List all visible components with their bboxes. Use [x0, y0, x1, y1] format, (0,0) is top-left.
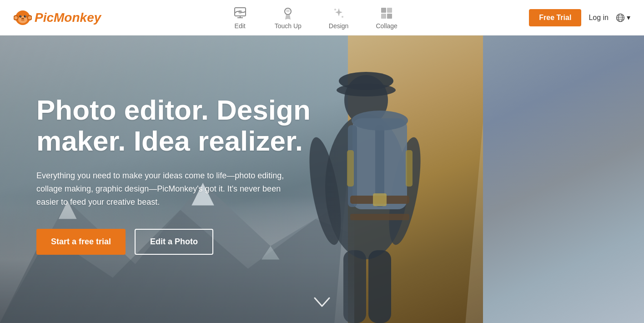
svg-point-11 — [22, 18, 22, 19]
free-trial-button[interactable]: Free Trial — [529, 9, 581, 26]
svg-point-48 — [352, 111, 408, 131]
nav-item-design[interactable]: Design — [315, 6, 362, 30]
svg-rect-22 — [387, 8, 392, 13]
globe-chevron: ▾ — [627, 13, 630, 22]
svg-point-4 — [28, 16, 31, 19]
hero-subtext: Everything you need to make your ideas c… — [36, 169, 291, 208]
svg-point-18 — [286, 10, 290, 12]
svg-point-6 — [20, 15, 22, 17]
design-icon — [332, 6, 346, 20]
svg-rect-42 — [368, 250, 391, 323]
hero-section: Photo editor. Design maker. Idea realize… — [0, 35, 644, 323]
svg-point-9 — [25, 15, 26, 16]
nav-collage-label: Collage — [376, 22, 397, 30]
login-link[interactable]: Log in — [589, 14, 609, 22]
svg-point-19 — [334, 9, 336, 10]
nav-edit-label: Edit — [235, 22, 246, 30]
logo-text: PicMonkey — [35, 10, 101, 25]
svg-rect-23 — [381, 14, 386, 19]
monkey-icon — [14, 9, 32, 27]
header-actions: Free Trial Log in ▾ — [529, 9, 630, 26]
nav-design-label: Design — [329, 22, 349, 30]
nav-item-touchup[interactable]: Touch Up — [261, 6, 315, 30]
nav-item-collage[interactable]: Collage — [362, 6, 411, 30]
edit-photo-button[interactable]: Edit a Photo — [135, 229, 213, 255]
globe-icon — [616, 13, 625, 22]
main-nav: Edit Touch Up Design Collage — [219, 6, 411, 30]
svg-rect-24 — [387, 14, 392, 19]
start-trial-button[interactable]: Start a free trial — [36, 229, 126, 255]
touchup-icon — [281, 6, 295, 20]
svg-point-7 — [24, 15, 26, 17]
hero-cta-buttons: Start a free trial Edit a Photo — [36, 229, 327, 255]
svg-rect-49 — [373, 193, 387, 206]
hero-content: Photo editor. Design maker. Idea realize… — [0, 35, 354, 323]
svg-rect-21 — [381, 8, 386, 13]
svg-rect-47 — [350, 214, 409, 220]
svg-point-12 — [23, 18, 24, 19]
scroll-down-button[interactable] — [313, 296, 331, 312]
svg-point-20 — [342, 16, 343, 18]
logo[interactable]: PicMonkey — [14, 9, 101, 27]
hero-headline: Photo editor. Design maker. Idea realize… — [36, 95, 327, 156]
svg-point-8 — [20, 15, 21, 16]
chevron-down-icon — [313, 296, 331, 309]
nav-touchup-label: Touch Up — [275, 22, 302, 30]
svg-rect-51 — [406, 150, 413, 187]
edit-icon — [233, 6, 247, 20]
language-selector[interactable]: ▾ — [616, 13, 630, 22]
svg-point-3 — [15, 16, 18, 19]
collage-icon — [379, 6, 394, 20]
nav-item-edit[interactable]: Edit — [219, 6, 261, 30]
site-header: PicMonkey Edit Touch Up Design — [0, 0, 644, 35]
